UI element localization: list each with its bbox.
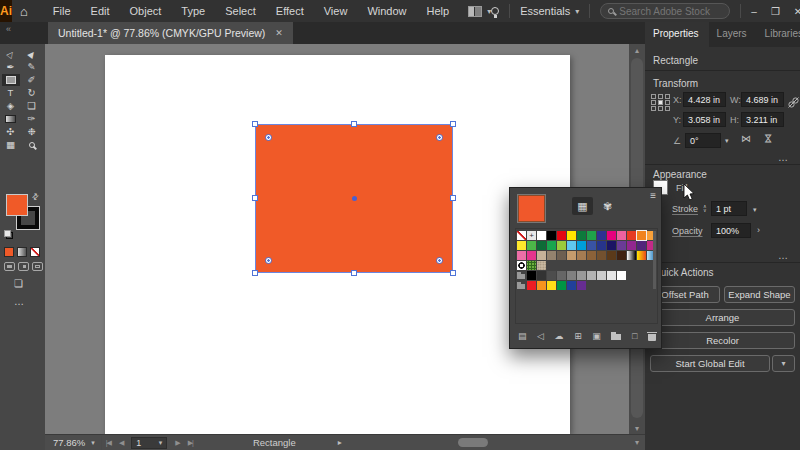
gradient-mode-button[interactable]	[17, 247, 27, 257]
swatches-view-button[interactable]: ▦	[572, 197, 593, 215]
swatches-menu-icon[interactable]: ≡	[650, 190, 656, 201]
appearance-more-options[interactable]: …	[778, 250, 789, 261]
status-menu-arrow-icon[interactable]: ▸	[338, 438, 342, 447]
swatch-libraries-menu-icon[interactable]: ▤	[518, 331, 527, 341]
zoom-tool[interactable]	[23, 139, 41, 151]
arrange-button[interactable]: Arrange	[650, 309, 795, 326]
zoom-dropdown-icon[interactable]: ▾	[91, 439, 95, 447]
swatch[interactable]	[557, 281, 566, 290]
handle-mid-left[interactable]	[252, 195, 258, 201]
swatch[interactable]	[587, 231, 596, 240]
swatch-selected[interactable]	[637, 231, 646, 240]
swatch[interactable]	[537, 271, 546, 280]
opacity-more-icon[interactable]: ›	[757, 225, 760, 235]
swatch-pattex[interactable]	[537, 261, 546, 270]
gradient-tool[interactable]	[2, 113, 20, 125]
new-swatch-icon[interactable]: □	[632, 331, 637, 341]
swatch[interactable]	[587, 251, 596, 260]
color-mode-button[interactable]	[4, 247, 14, 257]
search-box[interactable]	[600, 3, 730, 19]
swatch-patdot[interactable]	[517, 261, 526, 270]
close-button[interactable]: ✕	[794, 6, 800, 17]
recolor-button[interactable]: Recolor	[650, 332, 795, 349]
first-artboard-button[interactable]: |◀	[106, 439, 111, 447]
swatch[interactable]	[607, 271, 616, 280]
new-folder-icon[interactable]	[611, 332, 621, 340]
swatch-scrollbar[interactable]	[653, 231, 656, 289]
draw-normal-button[interactable]	[4, 262, 15, 271]
rotate-tool[interactable]: ↻	[23, 87, 41, 99]
swatch[interactable]	[567, 231, 576, 240]
scroll-up-icon[interactable]: ▴	[629, 44, 645, 56]
show-swatch-kinds-menu-icon[interactable]: ◁	[537, 331, 544, 341]
stepper-down-icon[interactable]: ∨	[703, 208, 707, 212]
flip-horizontal-icon[interactable]: ⋈	[741, 133, 751, 144]
swatch[interactable]	[567, 281, 576, 290]
layout-switcher[interactable]: ▾	[468, 6, 491, 17]
corner-widget-top-right[interactable]	[436, 134, 443, 141]
color-group-folder-icon[interactable]	[517, 281, 526, 290]
edit-toolbar-ellipsis[interactable]: …	[14, 296, 25, 307]
swatch[interactable]	[547, 241, 556, 250]
swatch[interactable]	[617, 271, 626, 280]
corner-widget-bottom-left[interactable]	[265, 257, 272, 264]
swatch[interactable]	[617, 231, 626, 240]
swatch[interactable]	[607, 251, 616, 260]
draw-inside-button[interactable]	[32, 262, 43, 271]
tab-properties[interactable]: Properties	[645, 22, 709, 47]
swatch[interactable]	[617, 241, 626, 250]
draw-behind-button[interactable]	[18, 262, 29, 271]
curvature-tool[interactable]: ✎	[23, 61, 41, 73]
swatch[interactable]	[607, 241, 616, 250]
artboard-tool[interactable]: ▦	[2, 139, 20, 151]
handle-bottom-right[interactable]	[450, 270, 456, 276]
swatch[interactable]	[577, 241, 586, 250]
swatch[interactable]	[547, 231, 556, 240]
corner-widget-bottom-right[interactable]	[436, 257, 443, 264]
menu-help[interactable]: Help	[418, 2, 459, 20]
swatch[interactable]	[597, 241, 606, 250]
swatch[interactable]	[577, 231, 586, 240]
swatch[interactable]	[637, 241, 646, 250]
menu-type[interactable]: Type	[172, 2, 214, 20]
symbol-sprayer-tool[interactable]: ❉	[23, 126, 41, 138]
stroke-label[interactable]: Stroke	[672, 204, 698, 214]
swatch[interactable]	[567, 271, 576, 280]
stroke-stepper[interactable]: ∧ ∨	[703, 204, 707, 212]
last-artboard-button[interactable]: ▶|	[188, 439, 193, 447]
swatch[interactable]	[577, 251, 586, 260]
center-point[interactable]	[352, 196, 357, 201]
color-group-folder-icon[interactable]	[517, 271, 526, 280]
minimize-button[interactable]: –	[751, 6, 757, 17]
swatch[interactable]	[587, 241, 596, 250]
swatch-patleaf[interactable]	[527, 261, 536, 270]
corner-widget-top-left[interactable]	[265, 134, 272, 141]
expand-shape-button[interactable]: Expand Shape	[724, 286, 795, 303]
home-icon[interactable]: ⌂	[20, 4, 28, 19]
swatch[interactable]	[517, 241, 526, 250]
direct-selection-tool[interactable]: ▶	[23, 48, 41, 60]
type-tool[interactable]: T	[2, 87, 20, 99]
menu-file[interactable]: File	[44, 2, 80, 20]
artboard-dropdown-icon[interactable]: ▾	[159, 439, 163, 447]
swatch[interactable]	[627, 241, 636, 250]
swatch[interactable]	[557, 271, 566, 280]
menu-object[interactable]: Object	[121, 2, 171, 20]
stroke-dropdown-icon[interactable]: ▾	[753, 206, 757, 214]
scroll-down-icon[interactable]: ▾	[629, 422, 645, 434]
swatch[interactable]	[527, 241, 536, 250]
menu-effect[interactable]: Effect	[267, 2, 313, 20]
handle-top-center[interactable]	[351, 121, 357, 127]
fill-color-well[interactable]	[6, 194, 28, 216]
menu-select[interactable]: Select	[216, 2, 265, 20]
swatch-none[interactable]	[517, 231, 526, 240]
link-dimensions-icon[interactable]	[787, 96, 800, 109]
swatch[interactable]	[597, 231, 606, 240]
tab-layers[interactable]: Layers	[709, 22, 757, 47]
swatch-gradient[interactable]	[627, 251, 636, 260]
swatch[interactable]	[597, 271, 606, 280]
swatch[interactable]	[557, 241, 566, 250]
swatch[interactable]	[567, 241, 576, 250]
reference-point-locator[interactable]	[651, 94, 671, 111]
swatch[interactable]	[537, 241, 546, 250]
